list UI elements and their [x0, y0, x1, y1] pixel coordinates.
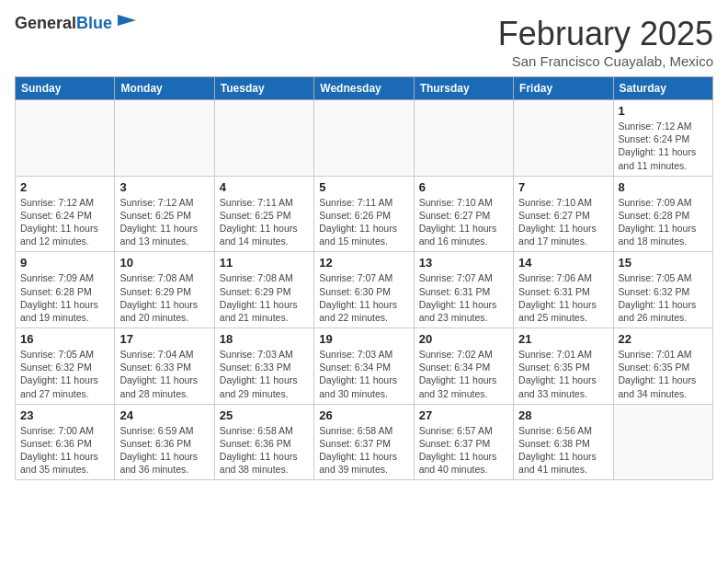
- calendar-cell: 20Sunrise: 7:02 AM Sunset: 6:34 PM Dayli…: [414, 328, 513, 405]
- day-number: 2: [20, 180, 109, 194]
- day-number: 27: [419, 408, 508, 422]
- page-header: GeneralBlue February 2025 San Francisco …: [15, 15, 713, 69]
- day-info: Sunrise: 6:58 AM Sunset: 6:37 PM Dayligh…: [319, 424, 408, 477]
- calendar-cell: 5Sunrise: 7:11 AM Sunset: 6:26 PM Daylig…: [314, 176, 414, 252]
- day-info: Sunrise: 7:00 AM Sunset: 6:36 PM Dayligh…: [20, 424, 109, 477]
- day-info: Sunrise: 7:11 AM Sunset: 6:26 PM Dayligh…: [319, 196, 408, 248]
- day-info: Sunrise: 7:12 AM Sunset: 6:25 PM Dayligh…: [119, 196, 209, 248]
- calendar-cell: 19Sunrise: 7:03 AM Sunset: 6:34 PM Dayli…: [314, 328, 414, 405]
- calendar-cell: 26Sunrise: 6:58 AM Sunset: 6:37 PM Dayli…: [314, 404, 414, 480]
- day-info: Sunrise: 7:06 AM Sunset: 6:31 PM Dayligh…: [518, 271, 608, 324]
- weekday-saturday: Saturday: [613, 77, 712, 100]
- day-number: 18: [220, 332, 309, 346]
- day-info: Sunrise: 7:01 AM Sunset: 6:35 PM Dayligh…: [619, 348, 708, 400]
- svg-marker-0: [118, 15, 136, 26]
- day-number: 24: [119, 408, 209, 422]
- weekday-tuesday: Tuesday: [214, 77, 313, 100]
- calendar-cell: [314, 100, 414, 177]
- day-info: Sunrise: 6:59 AM Sunset: 6:36 PM Dayligh…: [119, 424, 209, 477]
- calendar-week-3: 16Sunrise: 7:05 AM Sunset: 6:32 PM Dayli…: [16, 328, 713, 405]
- day-number: 11: [220, 256, 309, 270]
- day-number: 23: [20, 408, 109, 422]
- calendar-cell: 4Sunrise: 7:11 AM Sunset: 6:25 PM Daylig…: [214, 176, 313, 252]
- day-number: 1: [619, 104, 708, 118]
- calendar-table: SundayMondayTuesdayWednesdayThursdayFrid…: [15, 76, 713, 480]
- calendar-cell: 22Sunrise: 7:01 AM Sunset: 6:35 PM Dayli…: [613, 328, 712, 405]
- logo-general: General: [15, 14, 76, 32]
- day-info: Sunrise: 7:10 AM Sunset: 6:27 PM Dayligh…: [518, 196, 608, 248]
- day-info: Sunrise: 7:09 AM Sunset: 6:28 PM Dayligh…: [619, 196, 708, 248]
- day-number: 4: [220, 180, 309, 194]
- calendar-cell: 2Sunrise: 7:12 AM Sunset: 6:24 PM Daylig…: [16, 176, 115, 252]
- day-info: Sunrise: 6:56 AM Sunset: 6:38 PM Dayligh…: [518, 424, 608, 477]
- calendar-cell: [214, 100, 313, 177]
- calendar-cell: 1Sunrise: 7:12 AM Sunset: 6:24 PM Daylig…: [613, 100, 712, 177]
- weekday-wednesday: Wednesday: [314, 77, 414, 100]
- calendar-cell: 23Sunrise: 7:00 AM Sunset: 6:36 PM Dayli…: [16, 404, 115, 480]
- day-number: 14: [518, 256, 608, 270]
- day-number: 5: [319, 180, 408, 194]
- calendar-cell: 18Sunrise: 7:03 AM Sunset: 6:33 PM Dayli…: [214, 328, 313, 405]
- day-number: 20: [419, 332, 508, 346]
- day-info: Sunrise: 6:57 AM Sunset: 6:37 PM Dayligh…: [419, 424, 508, 477]
- location: San Francisco Cuayalab, Mexico: [498, 53, 713, 69]
- weekday-header-row: SundayMondayTuesdayWednesdayThursdayFrid…: [16, 77, 713, 100]
- day-info: Sunrise: 7:07 AM Sunset: 6:30 PM Dayligh…: [319, 271, 408, 324]
- calendar-cell: 3Sunrise: 7:12 AM Sunset: 6:25 PM Daylig…: [115, 176, 214, 252]
- day-number: 12: [319, 256, 408, 270]
- day-number: 22: [619, 332, 708, 346]
- day-info: Sunrise: 7:11 AM Sunset: 6:25 PM Dayligh…: [220, 196, 309, 248]
- logo: GeneralBlue: [15, 15, 136, 33]
- calendar-week-2: 9Sunrise: 7:09 AM Sunset: 6:28 PM Daylig…: [16, 252, 713, 328]
- calendar-week-1: 2Sunrise: 7:12 AM Sunset: 6:24 PM Daylig…: [16, 176, 713, 252]
- calendar-cell: 16Sunrise: 7:05 AM Sunset: 6:32 PM Dayli…: [16, 328, 115, 405]
- calendar-cell: 27Sunrise: 6:57 AM Sunset: 6:37 PM Dayli…: [414, 404, 513, 480]
- day-number: 15: [619, 256, 708, 270]
- day-info: Sunrise: 7:05 AM Sunset: 6:32 PM Dayligh…: [619, 271, 708, 324]
- calendar-cell: 8Sunrise: 7:09 AM Sunset: 6:28 PM Daylig…: [613, 176, 712, 252]
- day-info: Sunrise: 7:03 AM Sunset: 6:34 PM Dayligh…: [319, 348, 408, 400]
- day-info: Sunrise: 7:04 AM Sunset: 6:33 PM Dayligh…: [119, 348, 209, 400]
- calendar-cell: [115, 100, 214, 177]
- day-number: 3: [119, 180, 209, 194]
- calendar-cell: 7Sunrise: 7:10 AM Sunset: 6:27 PM Daylig…: [514, 176, 613, 252]
- day-info: Sunrise: 7:07 AM Sunset: 6:31 PM Dayligh…: [419, 271, 508, 324]
- calendar-week-0: 1Sunrise: 7:12 AM Sunset: 6:24 PM Daylig…: [16, 100, 713, 177]
- day-info: Sunrise: 7:02 AM Sunset: 6:34 PM Dayligh…: [419, 348, 508, 400]
- day-number: 19: [319, 332, 408, 346]
- day-info: Sunrise: 7:09 AM Sunset: 6:28 PM Dayligh…: [20, 271, 109, 324]
- calendar-cell: 12Sunrise: 7:07 AM Sunset: 6:30 PM Dayli…: [314, 252, 414, 328]
- logo-blue: Blue: [76, 14, 112, 32]
- calendar-cell: 6Sunrise: 7:10 AM Sunset: 6:27 PM Daylig…: [414, 176, 513, 252]
- calendar-body: 1Sunrise: 7:12 AM Sunset: 6:24 PM Daylig…: [16, 100, 713, 480]
- day-number: 6: [419, 180, 508, 194]
- day-info: Sunrise: 7:01 AM Sunset: 6:35 PM Dayligh…: [518, 348, 608, 400]
- day-info: Sunrise: 7:08 AM Sunset: 6:29 PM Dayligh…: [119, 271, 209, 324]
- day-number: 25: [220, 408, 309, 422]
- day-number: 21: [518, 332, 608, 346]
- weekday-thursday: Thursday: [414, 77, 513, 100]
- calendar-cell: 28Sunrise: 6:56 AM Sunset: 6:38 PM Dayli…: [514, 404, 613, 480]
- day-number: 26: [319, 408, 408, 422]
- day-number: 13: [419, 256, 508, 270]
- logo-flag-icon: [116, 15, 136, 29]
- calendar-cell: [613, 404, 712, 480]
- day-info: Sunrise: 7:12 AM Sunset: 6:24 PM Dayligh…: [619, 120, 708, 172]
- calendar-cell: 10Sunrise: 7:08 AM Sunset: 6:29 PM Dayli…: [115, 252, 214, 328]
- day-number: 16: [20, 332, 109, 346]
- day-number: 7: [518, 180, 608, 194]
- calendar-cell: 13Sunrise: 7:07 AM Sunset: 6:31 PM Dayli…: [414, 252, 513, 328]
- calendar-cell: 17Sunrise: 7:04 AM Sunset: 6:33 PM Dayli…: [115, 328, 214, 405]
- day-info: Sunrise: 7:12 AM Sunset: 6:24 PM Dayligh…: [20, 196, 109, 248]
- calendar-cell: [514, 100, 613, 177]
- weekday-monday: Monday: [115, 77, 214, 100]
- calendar-cell: 21Sunrise: 7:01 AM Sunset: 6:35 PM Dayli…: [514, 328, 613, 405]
- day-number: 8: [619, 180, 708, 194]
- calendar-cell: [414, 100, 513, 177]
- day-number: 9: [20, 256, 109, 270]
- day-info: Sunrise: 7:05 AM Sunset: 6:32 PM Dayligh…: [20, 348, 109, 400]
- calendar-cell: 11Sunrise: 7:08 AM Sunset: 6:29 PM Dayli…: [214, 252, 313, 328]
- day-info: Sunrise: 7:03 AM Sunset: 6:33 PM Dayligh…: [220, 348, 309, 400]
- title-block: February 2025 San Francisco Cuayalab, Me…: [498, 15, 713, 69]
- day-number: 28: [518, 408, 608, 422]
